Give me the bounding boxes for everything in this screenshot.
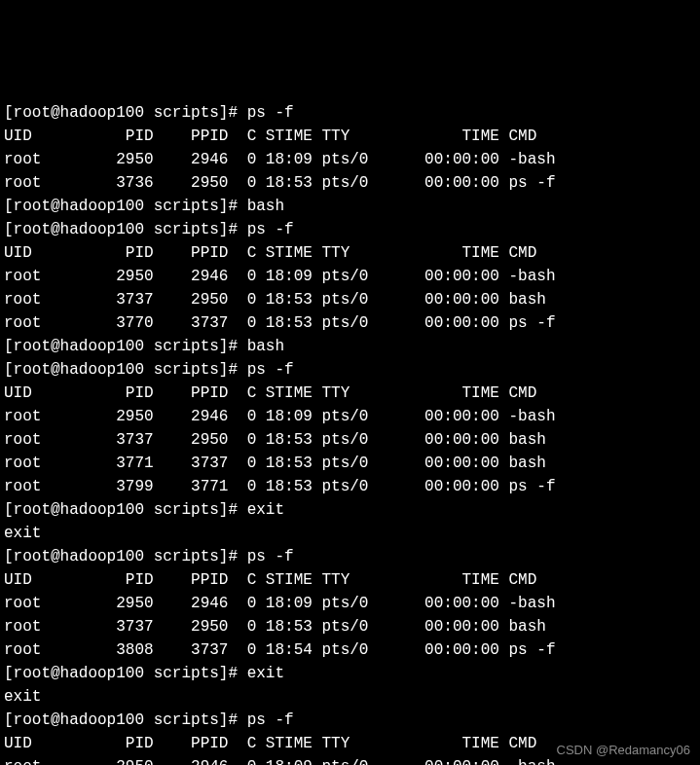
terminal-line: UID PID PPID C STIME TTY TIME CMD (4, 568, 696, 592)
terminal-line: [root@hadoop100 scripts]# bash (4, 195, 696, 218)
terminal-output: [root@hadoop100 scripts]# ps -fUID PID P… (4, 101, 696, 765)
terminal-line: [root@hadoop100 scripts]# ps -f (4, 545, 696, 568)
terminal-line: UID PID PPID C STIME TTY TIME CMD (4, 241, 696, 265)
terminal-line: exit (4, 522, 696, 545)
terminal-line: root 3771 3737 0 18:53 pts/0 00:00:00 ba… (4, 452, 696, 475)
terminal-line: exit (4, 685, 696, 709)
terminal-line: root 2950 2946 0 18:09 pts/0 00:00:00 -b… (4, 148, 696, 171)
terminal-line: UID PID PPID C STIME TTY TIME CMD (4, 125, 696, 148)
terminal-line: [root@hadoop100 scripts]# exit (4, 498, 696, 522)
terminal-line: [root@hadoop100 scripts]# ps -f (4, 358, 696, 382)
terminal-line: root 3737 2950 0 18:53 pts/0 00:00:00 ba… (4, 428, 696, 452)
terminal-line: root 2950 2946 0 18:09 pts/0 00:00:00 -b… (4, 405, 696, 428)
terminal-line: root 3799 3771 0 18:53 pts/0 00:00:00 ps… (4, 475, 696, 498)
terminal-line: [root@hadoop100 scripts]# ps -f (4, 218, 696, 241)
terminal-line: root 2950 2946 0 18:09 pts/0 00:00:00 -b… (4, 592, 696, 615)
terminal-line: [root@hadoop100 scripts]# bash (4, 335, 696, 358)
terminal-line: root 2950 2946 0 18:09 pts/0 00:00:00 -b… (4, 265, 696, 288)
watermark-text: CSDN @Redamancy06 (557, 741, 690, 760)
terminal-line: root 3736 2950 0 18:53 pts/0 00:00:00 ps… (4, 171, 696, 195)
terminal-line: root 3770 3737 0 18:53 pts/0 00:00:00 ps… (4, 311, 696, 335)
terminal-line: root 3737 2950 0 18:53 pts/0 00:00:00 ba… (4, 615, 696, 638)
terminal-line: root 3737 2950 0 18:53 pts/0 00:00:00 ba… (4, 288, 696, 311)
terminal-line: [root@hadoop100 scripts]# exit (4, 662, 696, 685)
terminal-line: [root@hadoop100 scripts]# ps -f (4, 709, 696, 732)
terminal-line: [root@hadoop100 scripts]# ps -f (4, 101, 696, 125)
terminal-line: UID PID PPID C STIME TTY TIME CMD (4, 382, 696, 405)
terminal-line: root 3808 3737 0 18:54 pts/0 00:00:00 ps… (4, 638, 696, 662)
